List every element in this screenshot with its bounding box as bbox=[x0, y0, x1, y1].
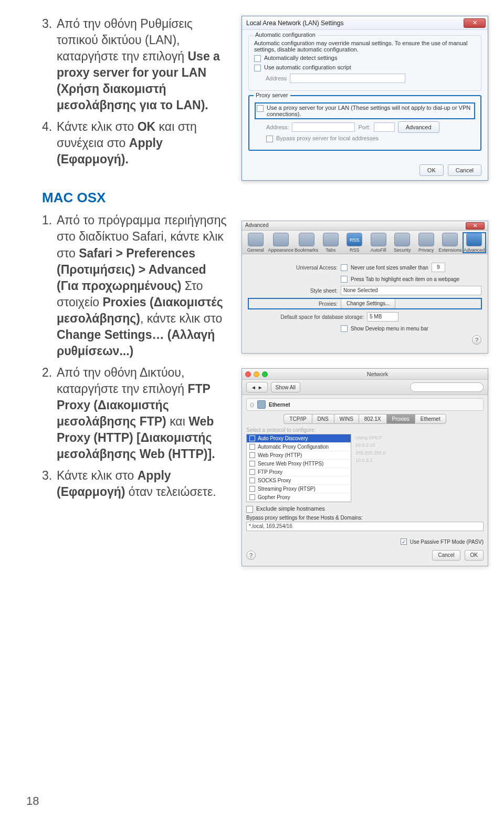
tab-proxies[interactable]: Proxies bbox=[386, 414, 415, 424]
database-label: Default space for database storage: bbox=[248, 314, 364, 320]
stylesheet-select[interactable]: None Selected bbox=[341, 286, 481, 295]
ok-button[interactable]: OK bbox=[465, 550, 484, 561]
checkbox[interactable] bbox=[254, 55, 261, 62]
checkbox[interactable] bbox=[249, 461, 255, 467]
gear-advanced-icon bbox=[466, 233, 482, 246]
close-button[interactable]: ✕ bbox=[466, 222, 485, 230]
zoom-traffic-light[interactable] bbox=[262, 371, 268, 377]
help-button[interactable]: ? bbox=[472, 335, 481, 345]
checkbox[interactable] bbox=[249, 494, 255, 500]
tab-dns[interactable]: DNS bbox=[312, 414, 334, 424]
address-input[interactable] bbox=[290, 74, 405, 83]
tab-extensions[interactable]: Extensions bbox=[438, 233, 461, 253]
protocol-item: Web Proxy (HTTP) bbox=[247, 451, 351, 460]
step-body: Από την οθόνη Δικτύου, καταργήστε την επ… bbox=[57, 365, 231, 462]
nav-arrows-icon: ⟨⟩ bbox=[250, 402, 254, 408]
checkbox[interactable] bbox=[249, 452, 255, 458]
protocol-item: SOCKS Proxy bbox=[247, 476, 351, 485]
universal-access-label: Universal Access: bbox=[248, 265, 338, 271]
tab-privacy[interactable]: Privacy bbox=[415, 233, 437, 253]
instruction-column: 3. Από την οθόνη Ρυθμίσεις τοπικού δικτύ… bbox=[42, 16, 231, 566]
checkbox[interactable] bbox=[249, 444, 255, 450]
close-button[interactable]: ✕ bbox=[464, 18, 486, 28]
advanced-button[interactable]: Advanced bbox=[398, 121, 439, 133]
checkbox[interactable] bbox=[249, 469, 255, 475]
tab-tcpip[interactable]: TCP/IP bbox=[284, 414, 311, 424]
tab-bookmarks[interactable]: Bookmarks bbox=[295, 233, 318, 253]
mac-steps: 1. Από το πρόγραμμα περιήγησης στο διαδί… bbox=[42, 212, 231, 500]
bypass-label: Bypass proxy settings for these Hosts & … bbox=[246, 515, 484, 521]
font-size-input[interactable]: 9 bbox=[432, 263, 445, 272]
bypass-input[interactable]: *.local, 169.254/16 bbox=[246, 522, 484, 531]
search-input[interactable] bbox=[410, 382, 484, 392]
checkbox[interactable] bbox=[254, 65, 261, 71]
cancel-button[interactable]: Cancel bbox=[432, 550, 460, 561]
checkbox[interactable] bbox=[249, 436, 255, 441]
step-body: Από το πρόγραμμα περιήγησης στο διαδίκτυ… bbox=[57, 212, 231, 359]
safari-advanced-window: Advanced ✕ General Appearance Bookmarks … bbox=[242, 221, 488, 354]
tab-wins[interactable]: WINS bbox=[334, 414, 359, 424]
checkbox[interactable] bbox=[246, 506, 253, 513]
tab-appearance[interactable]: Appearance bbox=[268, 233, 293, 253]
safari-toolbar: General Appearance Bookmarks Tabs RSSRSS… bbox=[242, 231, 488, 254]
show-all-button[interactable]: Show All bbox=[271, 382, 300, 392]
window-titlebar: Network bbox=[242, 369, 488, 380]
privacy-icon bbox=[418, 233, 434, 246]
mac-osx-heading: MAC OSX bbox=[42, 190, 231, 206]
network-window: Network ◄ ► Show All ⟨⟩ Ethernet TCP/IP … bbox=[242, 368, 488, 566]
automatic-config-group: Automatic configuration Automatic config… bbox=[248, 35, 481, 91]
protocol-item: Streaming Proxy (RTSP) bbox=[247, 485, 351, 493]
minimize-traffic-light[interactable] bbox=[254, 371, 259, 377]
cancel-button[interactable]: Cancel bbox=[448, 164, 481, 176]
tab-tabs[interactable]: Tabs bbox=[319, 233, 342, 253]
proxies-row: Proxies: Change Settings... bbox=[248, 298, 481, 309]
checkbox-label: Automatically detect settings bbox=[264, 55, 337, 61]
protocol-item: Secure Web Proxy (HTTPS) bbox=[247, 460, 351, 468]
protocol-item: Gopher Proxy bbox=[247, 493, 351, 502]
tab-rss[interactable]: RSSRSS bbox=[343, 233, 366, 253]
tab-advanced[interactable]: Advanced bbox=[463, 233, 486, 253]
proxy-address-input[interactable] bbox=[292, 122, 355, 132]
help-button[interactable]: ? bbox=[246, 551, 256, 560]
ok-button[interactable]: OK bbox=[419, 164, 444, 176]
window-title: Advanced bbox=[245, 222, 268, 229]
checkbox[interactable] bbox=[249, 486, 255, 492]
tab-security[interactable]: Security bbox=[391, 233, 414, 253]
screenshots-column: Local Area Network (LAN) Settings ✕ Auto… bbox=[242, 16, 488, 566]
checkbox[interactable] bbox=[341, 264, 348, 271]
ethernet-row: ⟨⟩ Ethernet bbox=[246, 398, 484, 411]
checkbox-label: Never use font sizes smaller than bbox=[351, 265, 428, 271]
protocol-list[interactable]: Auto Proxy Discovery Automatic Proxy Con… bbox=[246, 434, 351, 502]
tab-8021x[interactable]: 802.1X bbox=[359, 414, 386, 424]
tab-ethernet[interactable]: Ethernet bbox=[415, 414, 446, 424]
group-legend: Automatic configuration bbox=[253, 32, 318, 38]
window-title: Network bbox=[270, 371, 485, 377]
checkbox[interactable] bbox=[341, 325, 348, 332]
port-label: Port: bbox=[358, 124, 370, 130]
database-select[interactable]: 5 MB bbox=[367, 312, 398, 322]
dialog-titlebar: Local Area Network (LAN) Settings ✕ bbox=[242, 16, 488, 30]
tab-general[interactable]: General bbox=[244, 233, 267, 253]
change-settings-button[interactable]: Change Settings... bbox=[341, 298, 395, 309]
checkbox-label: Exclude simple hostnames bbox=[256, 505, 325, 512]
proxy-port-input[interactable] bbox=[374, 122, 395, 132]
checkbox-checked[interactable]: ✓ bbox=[401, 538, 407, 545]
ethernet-label: Ethernet bbox=[269, 402, 290, 408]
gear-icon bbox=[248, 233, 264, 246]
checkbox[interactable] bbox=[341, 276, 348, 283]
checkbox[interactable] bbox=[266, 136, 273, 142]
windows-steps: 3. Από την οθόνη Ρυθμίσεις τοπικού δικτύ… bbox=[42, 16, 231, 168]
select-protocol-label: Select a protocol to configure: bbox=[246, 427, 484, 433]
rss-icon: RSS bbox=[346, 233, 362, 246]
tab-autofill[interactable]: AutoFill bbox=[367, 233, 390, 253]
step-body: Από την οθόνη Ρυθμίσεις τοπικού δικτύου … bbox=[57, 16, 231, 113]
proxies-label: Proxies: bbox=[248, 301, 338, 307]
close-traffic-light[interactable] bbox=[245, 371, 251, 377]
checkbox-label: Show Develop menu in menu bar bbox=[351, 326, 428, 331]
checkbox[interactable] bbox=[249, 478, 255, 483]
checkbox[interactable] bbox=[257, 105, 264, 112]
back-forward-button[interactable]: ◄ ► bbox=[246, 382, 268, 392]
tabs-icon bbox=[323, 233, 339, 246]
book-icon bbox=[299, 233, 314, 246]
step-body: Κάντε κλικ στο Apply (Εφαρμογή) όταν τελ… bbox=[57, 468, 231, 500]
